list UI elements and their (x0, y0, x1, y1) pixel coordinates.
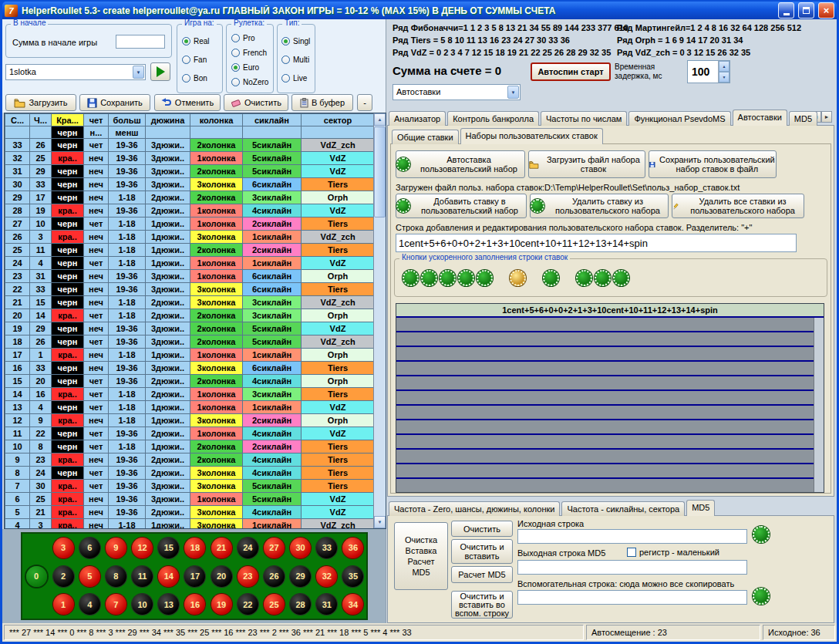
table-row[interactable]: 1633черннеч19-363дюжи..3колонка6сиклайнT… (5, 362, 375, 375)
radio-nozero[interactable]: NoZero (231, 76, 268, 87)
radio-singl[interactable]: Singl (281, 35, 310, 46)
chevron-down-icon[interactable]: ▼ (507, 86, 519, 99)
tab-scroll-right-icon[interactable]: ► (821, 111, 832, 123)
table-row[interactable]: 923кра..неч19-362дюжи..2колонка4сиклайнT… (5, 453, 375, 467)
tab-number-frequencies[interactable]: Частоты по числам (541, 111, 627, 126)
number-14[interactable]: 14 (158, 566, 179, 587)
number-32[interactable]: 32 (316, 566, 337, 587)
radio-french[interactable]: French (231, 47, 267, 58)
number-13[interactable]: 13 (158, 594, 179, 615)
number-34[interactable]: 34 (342, 594, 363, 615)
number-16[interactable]: 16 (184, 594, 205, 615)
tab-md5-panel[interactable]: MD5 (686, 500, 715, 516)
radio-live[interactable]: Live (281, 72, 307, 83)
start-sum-input[interactable] (116, 35, 165, 49)
radio-fan[interactable]: Fan (182, 54, 207, 65)
md5-clear-paste-calc-button[interactable]: Очистка Вставка Расчет MD5 (394, 522, 448, 590)
quick-chip-button[interactable] (458, 270, 474, 286)
md5-source-chip-button[interactable] (753, 526, 770, 543)
number-zero[interactable]: 0 (26, 566, 47, 587)
number-1[interactable]: 1 (53, 594, 74, 615)
quick-chip-button[interactable] (403, 270, 419, 286)
tab-analyzer[interactable]: Анализатор (389, 111, 446, 126)
autobets-combobox[interactable]: Автоставки ▼ (393, 84, 521, 100)
clear-button[interactable]: Очистить (224, 94, 288, 111)
number-36[interactable]: 36 (342, 538, 363, 558)
md5-clear-button[interactable]: Очистить (451, 521, 513, 537)
save-button[interactable]: Сохранить (79, 94, 150, 111)
number-33[interactable]: 33 (316, 538, 337, 558)
number-31[interactable]: 31 (316, 594, 337, 615)
radio-euro[interactable]: Euro (231, 62, 259, 72)
number-30[interactable]: 30 (290, 538, 311, 558)
bet-list-row[interactable] (396, 420, 824, 435)
radio-pro[interactable]: Pro (231, 32, 255, 43)
table-row[interactable]: 625кра..неч19-363дюжи..1колонка5сиклайнV… (5, 493, 375, 506)
bet-list-row[interactable] (396, 376, 824, 391)
quick-chip-button[interactable] (595, 270, 611, 286)
table-row[interactable]: 521кра..неч19-362дюжи..3колонка4сиклайнV… (5, 506, 375, 519)
number-6[interactable]: 6 (79, 538, 100, 558)
table-row[interactable]: 2014кра..чет1-182дюжи..2колонка3сиклайнO… (5, 309, 375, 322)
tab-freq-zero-chances[interactable]: Частота - Zero, шансы, дюжины, колонки (389, 501, 560, 516)
bet-list-row[interactable] (396, 435, 824, 450)
tab-md5[interactable]: MD5 (789, 111, 817, 126)
table-row[interactable]: 1929черннеч19-363дюжи..2колонка5сиклайнV… (5, 322, 375, 335)
number-11[interactable]: 11 (132, 566, 153, 587)
bet-string-input[interactable] (396, 234, 797, 252)
table-row[interactable]: 43кра..неч1-181дюжи..3колонка1сиклайнVdZ… (5, 519, 375, 530)
number-8[interactable]: 8 (106, 566, 126, 587)
scrollbar-thumb[interactable] (374, 126, 386, 217)
table-row[interactable]: 108чернчет1-181дюжи..2колонка2сиклайнTie… (5, 440, 375, 453)
autobet-user-set-button[interactable]: Автоставка пользовательский набор (396, 150, 525, 178)
play-button[interactable] (150, 62, 170, 81)
quick-chip-button[interactable] (440, 270, 456, 286)
remove-bet-button[interactable]: Удалить ставку из пользовательского набо… (530, 194, 669, 218)
number-24[interactable]: 24 (238, 538, 258, 558)
number-26[interactable]: 26 (264, 566, 285, 587)
subtab-user-bet-sets[interactable]: Наборы пользовательских ставок (460, 128, 603, 144)
bet-list-row[interactable] (396, 450, 824, 464)
slot-combobox[interactable]: 1slotka ▼ (5, 64, 146, 80)
number-15[interactable]: 15 (158, 538, 179, 558)
number-12[interactable]: 12 (132, 538, 153, 558)
number-25[interactable]: 25 (264, 594, 285, 615)
number-5[interactable]: 5 (79, 566, 100, 587)
quick-chip-button[interactable] (613, 270, 629, 286)
number-17[interactable]: 17 (184, 566, 205, 587)
table-scrollbar[interactable]: ▲ ▼ (373, 113, 386, 528)
bet-list-row[interactable] (396, 406, 824, 420)
quick-chip-button[interactable] (510, 270, 526, 286)
md5-helper-input[interactable] (517, 590, 747, 605)
bet-list-row[interactable] (396, 318, 824, 332)
number-21[interactable]: 21 (211, 538, 232, 558)
bet-set-list[interactable]: 1cent+5+6+0+0+2+1+3+10cent+10+11+12+13+1… (396, 303, 824, 493)
number-20[interactable]: 20 (211, 566, 232, 587)
table-row[interactable]: 824чернчет19-362дюжи..3колонка4сиклайнTi… (5, 467, 375, 480)
md5-clear-paste-button[interactable]: Очистить и вставить (451, 539, 513, 564)
table-row[interactable]: 244чернчет1-181дюжи..1колонка1сиклайнVdZ (5, 257, 375, 270)
load-bet-set-file-button[interactable]: Загрузить файл набора ставок (528, 150, 645, 178)
table-row[interactable]: 3129черннеч19-363дюжи..2колонка5сиклайнV… (5, 165, 375, 178)
table-row[interactable]: 129кра..неч1-181дюжи..3колонка2сиклайнOr… (5, 414, 375, 427)
spin-down-icon[interactable]: ▼ (719, 72, 729, 83)
subtab-common-bets[interactable]: Общие ставки (392, 130, 459, 144)
delay-spinner[interactable]: 100 ▲▼ (687, 60, 730, 83)
table-row[interactable]: 1520чернчет19-362дюжи..2колонка4сиклайнO… (5, 375, 375, 388)
table-row[interactable]: 134чернчет1-181дюжи..1колонка1сиклайнVdZ (5, 401, 375, 414)
load-button[interactable]: Загрузить (5, 94, 76, 111)
list-scrollbar[interactable] (814, 318, 824, 492)
maximize-button[interactable] (798, 2, 814, 19)
table-row[interactable]: 2710чернчет1-181дюжи..1колонка2сиклайнTi… (5, 217, 375, 231)
bet-list-row[interactable] (396, 479, 824, 493)
number-9[interactable]: 9 (106, 538, 126, 558)
table-row[interactable]: 3225кра..неч19-363дюжи..1колонка5сиклайн… (5, 152, 375, 165)
spin-up-icon[interactable]: ▲ (719, 61, 729, 72)
quick-chip-button[interactable] (576, 270, 592, 286)
undo-button[interactable]: Отменить (154, 94, 221, 111)
quick-chip-button[interactable] (477, 270, 493, 286)
table-row[interactable]: 2115черннеч1-182дюжи..3колонка3сиклайнVd… (5, 296, 375, 309)
radio-multi[interactable]: Multi (281, 54, 309, 65)
bet-list-row[interactable] (396, 391, 824, 406)
number-29[interactable]: 29 (290, 566, 311, 587)
